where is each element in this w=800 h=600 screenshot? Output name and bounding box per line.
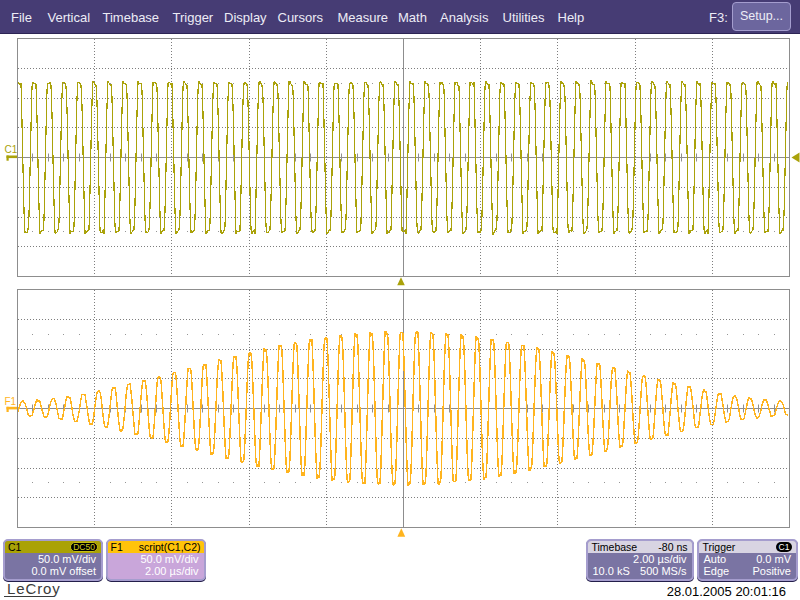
svg-text:F1: F1 <box>5 396 17 407</box>
svg-text:C1: C1 <box>5 144 18 155</box>
